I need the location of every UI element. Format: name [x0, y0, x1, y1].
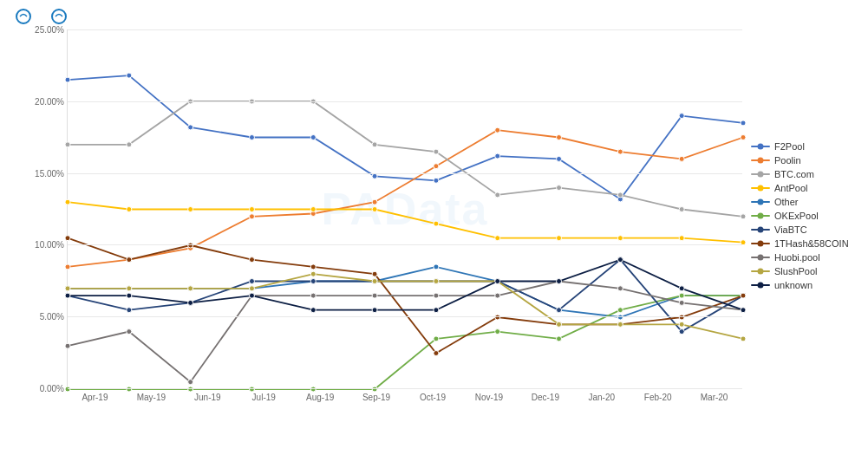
data-point	[617, 149, 623, 154]
legend-line-color	[751, 215, 770, 217]
data-point	[65, 142, 70, 147]
legend-line-color	[751, 159, 770, 161]
data-point	[741, 308, 746, 313]
y-axis-tick-label: 0.00%	[28, 384, 64, 393]
legend-item: Poolin	[751, 155, 855, 166]
x-axis-label: Jan-20	[573, 393, 630, 402]
legend-line-color	[751, 173, 770, 175]
series-line-FPool	[68, 75, 743, 199]
legend-label: OKExPool	[774, 211, 819, 221]
data-point	[65, 286, 70, 291]
legend-label: SlushPool	[774, 266, 818, 276]
data-point	[65, 236, 70, 241]
data-point	[679, 293, 684, 298]
data-point	[65, 387, 70, 392]
data-point	[434, 178, 439, 183]
legend-line-color	[751, 146, 770, 147]
legend-item: ViaBTC	[751, 224, 855, 235]
data-point	[679, 300, 684, 305]
data-point	[434, 293, 439, 298]
legend-line-color	[751, 201, 770, 203]
legend-label: BTC.com	[774, 169, 814, 179]
data-point	[310, 308, 316, 313]
grid-line	[68, 101, 742, 102]
data-point	[127, 387, 132, 392]
chart-area: PAData 25.00%20.00%15.00%10.00%5.00%0.00…	[0, 29, 868, 411]
data-point	[434, 336, 439, 341]
data-point	[557, 236, 562, 241]
x-axis-label: Jul-19	[236, 393, 292, 402]
x-axis: Apr-19May-19Jun-19Jul-19Aug-19Sep-19Oct-…	[67, 389, 742, 402]
series-line-AntPool	[68, 202, 743, 242]
data-point	[557, 135, 562, 140]
data-point	[495, 192, 500, 198]
grid-line	[68, 29, 742, 30]
legend-dot	[758, 269, 764, 275]
y-axis-tick-label: 15.00%	[28, 168, 64, 178]
data-point	[249, 279, 254, 284]
data-point	[495, 329, 500, 335]
y-axis-tick-label: 20.00%	[28, 96, 64, 106]
y-axis-tick-label: 25.00%	[28, 25, 64, 35]
y-axis-tick-label: 10.00%	[28, 240, 64, 250]
data-point	[249, 293, 254, 298]
grid-line	[68, 173, 742, 174]
data-point	[127, 207, 132, 212]
legend-dot	[758, 283, 764, 289]
data-point	[65, 264, 70, 270]
legend-line-color	[751, 257, 770, 258]
legend-label: 1THash&58COIN	[774, 238, 849, 249]
data-point	[310, 387, 316, 392]
legend-item: F2Pool	[751, 141, 855, 152]
data-point	[741, 293, 746, 298]
legend-item: Other	[751, 197, 855, 207]
data-point	[434, 221, 439, 226]
y-axis-tick-label: 5.00%	[28, 312, 64, 322]
legend-dot	[758, 213, 764, 219]
y-axis-label	[9, 29, 26, 402]
legend-label: Huobi.pool	[774, 252, 820, 263]
grid-line	[68, 388, 742, 389]
data-point	[65, 77, 70, 82]
legend-dot	[758, 158, 764, 164]
legend-label: AntPool	[774, 183, 808, 193]
data-point	[434, 264, 439, 270]
legend-line-color	[751, 270, 770, 272]
data-point	[127, 142, 132, 147]
data-point	[310, 264, 316, 270]
page-container: PAData 25.00%20.00%15.00%10.00%5.00%0.00…	[0, 0, 868, 455]
legend-line-color	[751, 284, 770, 286]
legend-label: unknown	[774, 280, 813, 290]
chart-svg	[68, 29, 742, 388]
data-point	[310, 207, 316, 212]
data-point	[434, 164, 439, 169]
data-point	[249, 135, 254, 140]
data-point	[679, 156, 684, 161]
legend-dot	[758, 255, 764, 261]
legend-dot	[758, 172, 764, 178]
data-point	[679, 322, 684, 327]
data-point	[557, 308, 562, 313]
x-axis-label: Jun-19	[179, 393, 236, 402]
data-point	[617, 322, 623, 327]
data-point	[65, 199, 70, 205]
x-axis-label: Nov-19	[460, 393, 517, 402]
legend-dot	[758, 185, 764, 192]
series-line-Poolin	[68, 130, 743, 267]
legend-label: Other	[774, 197, 799, 207]
data-point	[434, 149, 439, 154]
data-point	[249, 286, 254, 291]
legend-item: 1THash&58COIN	[751, 238, 855, 249]
data-point	[127, 329, 132, 335]
data-point	[557, 279, 562, 284]
svg-point-1	[52, 10, 66, 23]
data-point	[127, 286, 132, 291]
legend-label: ViaBTC	[774, 224, 807, 235]
data-point	[372, 308, 377, 313]
panews-logo-icon	[16, 9, 31, 24]
data-point	[679, 114, 684, 119]
data-point	[249, 387, 254, 392]
data-point	[741, 336, 746, 341]
data-point	[557, 185, 562, 191]
data-point	[372, 387, 377, 392]
